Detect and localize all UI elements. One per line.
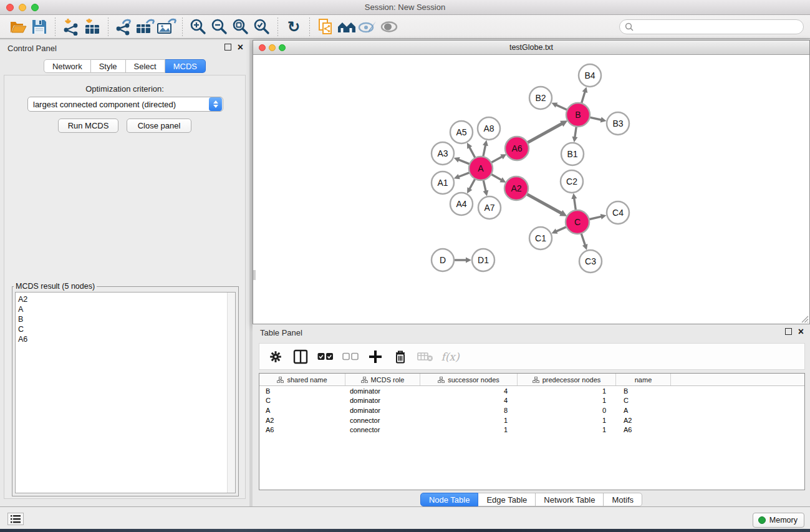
mcds-result-item[interactable]: A2 [16, 294, 235, 304]
table-cell[interactable]: A [259, 407, 345, 414]
graph-node-A5[interactable]: A5 [450, 121, 473, 143]
select-all-columns-icon[interactable] [314, 347, 337, 366]
table-cell[interactable]: A6 [259, 426, 345, 433]
zoom-out-icon[interactable] [209, 17, 230, 36]
table-cell[interactable]: A6 [616, 426, 671, 433]
graph-node-B4[interactable]: B4 [579, 64, 601, 87]
zoom-window-button[interactable] [31, 4, 39, 11]
graph-edge-C-C1[interactable] [551, 227, 566, 234]
zoom-in-icon[interactable] [188, 17, 209, 36]
graph-node-A[interactable]: A [469, 157, 493, 180]
table-row[interactable]: A2connector11A2 [259, 415, 804, 425]
mcds-result-item[interactable]: B [16, 314, 235, 324]
table-cell[interactable]: 1 [518, 417, 616, 424]
graph-node-C4[interactable]: C4 [607, 201, 629, 224]
graph-node-D[interactable]: D [432, 249, 454, 271]
graph-edge-A-A7[interactable] [483, 180, 489, 196]
create-column-plus-icon[interactable] [364, 347, 387, 366]
float-panel-icon[interactable] [224, 44, 231, 51]
column-header-predecessor-nodes[interactable]: predecessor nodes [518, 374, 616, 385]
graph-node-A6[interactable]: A6 [505, 137, 529, 160]
zoom-fit-icon[interactable] [230, 17, 251, 36]
close-table-panel-icon[interactable]: × [798, 328, 804, 335]
table-cell[interactable]: connector [345, 417, 420, 424]
minimize-window-button[interactable] [19, 4, 26, 11]
graph-edge-D-D1[interactable] [455, 258, 471, 263]
graph-edge-C-C2[interactable] [571, 193, 577, 210]
mcds-result-list[interactable]: A2ABCA6 [15, 292, 236, 493]
table-cell[interactable]: 1 [518, 397, 616, 404]
graph-edge-A-A8[interactable] [483, 140, 488, 157]
mcds-result-item[interactable]: A6 [16, 334, 235, 344]
table-cell[interactable]: 8 [420, 407, 518, 414]
table-cell[interactable]: 1 [420, 426, 518, 433]
graph-node-B2[interactable]: B2 [529, 87, 552, 109]
graph-node-B[interactable]: B [566, 103, 590, 127]
float-table-panel-icon[interactable] [785, 328, 792, 335]
graph-edge-C-C4[interactable] [589, 214, 607, 220]
refresh-view-icon[interactable]: ↻ [283, 17, 304, 36]
table-cell[interactable]: dominator [345, 387, 420, 395]
close-panel-icon[interactable]: × [238, 44, 243, 51]
table-cell[interactable]: A [616, 407, 671, 414]
show-column-panel-icon[interactable] [289, 347, 312, 366]
table-cell[interactable]: B [259, 387, 345, 395]
table-cell[interactable]: B [616, 387, 671, 395]
graph-edge-C-C3[interactable] [581, 233, 587, 250]
graph-edge-A2-C[interactable] [527, 194, 567, 216]
toggle-graphics-details-icon[interactable] [357, 17, 378, 36]
graph-node-A4[interactable]: A4 [450, 193, 473, 215]
graph-edge-B-B3[interactable] [590, 117, 607, 123]
graph-node-A8[interactable]: A8 [478, 117, 500, 140]
graph-node-C1[interactable]: C1 [529, 227, 552, 249]
graph-node-C2[interactable]: C2 [561, 170, 583, 193]
table-cell[interactable]: connector [345, 426, 420, 433]
search-input[interactable] [637, 22, 798, 32]
table-cell[interactable]: 1 [518, 426, 616, 433]
column-header-shared-name[interactable]: shared name [259, 374, 345, 385]
column-header-name[interactable]: name [616, 374, 671, 385]
resize-grip-icon[interactable] [799, 314, 809, 323]
table-cell[interactable]: 1 [518, 387, 616, 395]
graph-node-A3[interactable]: A3 [432, 142, 454, 165]
graph-node-B3[interactable]: B3 [607, 112, 629, 135]
table-cell[interactable]: dominator [345, 397, 420, 404]
table-row[interactable]: Adominator80A [259, 405, 804, 415]
graph-node-C[interactable]: C [566, 210, 589, 234]
home-icon[interactable] [336, 17, 357, 36]
table-cell[interactable]: 1 [420, 417, 518, 424]
tab-select[interactable]: Select [126, 59, 165, 73]
birds-eye-view-icon[interactable] [378, 17, 400, 36]
graph-edge-B-B4[interactable] [581, 87, 587, 104]
table-cell[interactable]: A2 [616, 417, 671, 424]
memory-button[interactable]: Memory [753, 513, 804, 528]
graph-edge-A6-B[interactable] [528, 120, 568, 143]
table-cell[interactable]: C [259, 397, 345, 404]
tab-edge-table[interactable]: Edge Table [478, 493, 536, 506]
export-image-icon[interactable] [156, 17, 177, 36]
delete-column-trash-icon[interactable] [389, 347, 412, 366]
table-cell[interactable]: 4 [420, 397, 518, 404]
table-cell[interactable]: C [616, 397, 671, 404]
open-session-icon[interactable] [7, 17, 29, 36]
tab-network-table[interactable]: Network Table [536, 493, 604, 506]
graph-edge-A-A3[interactable] [454, 157, 470, 164]
graph-node-A1[interactable]: A1 [432, 172, 454, 194]
show-tasks-button[interactable] [7, 513, 24, 525]
mcds-result-item[interactable]: C [16, 324, 235, 334]
column-header-successor-nodes[interactable]: successor nodes [420, 374, 518, 385]
graph-node-B1[interactable]: B1 [561, 143, 584, 165]
table-row[interactable]: Bdominator41B [259, 386, 804, 396]
network-window-titlebar[interactable]: testGlobe.txt [253, 41, 809, 55]
tab-network[interactable]: Network [44, 59, 91, 73]
search-field[interactable] [619, 19, 804, 34]
graph-node-A2[interactable]: A2 [504, 177, 528, 200]
tab-style[interactable]: Style [91, 59, 126, 73]
table-cell[interactable]: 4 [420, 387, 518, 395]
mcds-result-item[interactable]: A [16, 304, 235, 314]
close-window-button[interactable] [6, 4, 14, 11]
new-network-from-selection-icon[interactable] [315, 17, 336, 36]
mcds-list-scrollbar[interactable] [227, 293, 235, 493]
graph-edge-A-A6[interactable] [491, 154, 507, 163]
graph-edge-A-A2[interactable] [491, 174, 506, 182]
